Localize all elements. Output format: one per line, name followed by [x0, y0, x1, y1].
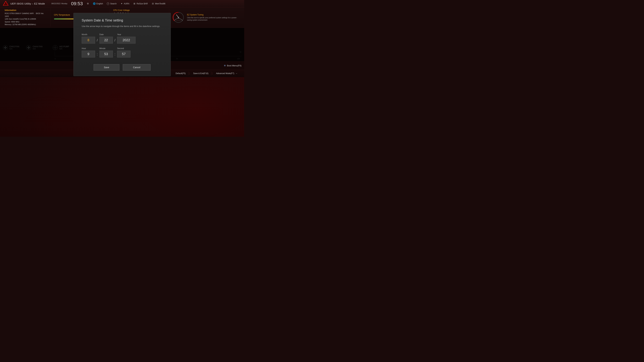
dialog-buttons: Save Cancel [82, 64, 162, 70]
resize-bar-icon: ⊞ [133, 2, 136, 5]
system-info-section: Information ROG STRIX B660-F GAMING WIFI… [3, 8, 51, 27]
time-separator-2: : [113, 52, 117, 56]
second-group: Second [117, 47, 130, 57]
aura-label: AURA [124, 2, 129, 5]
hour-group: Hour [82, 47, 95, 57]
default-button[interactable]: Default(F5) [173, 71, 188, 75]
month-group: Month [82, 33, 95, 43]
resize-bar-label: ReSize BAR [137, 2, 148, 5]
english-label: English [96, 2, 103, 5]
voltage-label: CPU Core Voltage [113, 9, 166, 11]
date-time-grid: Month / Date / Year [82, 33, 162, 57]
minute-group: Minute [100, 47, 113, 57]
ez-tuning-section[interactable]: EZ System Tuning Click the icon to speci… [169, 8, 242, 27]
year-input[interactable] [117, 37, 136, 43]
boot-menu-label: Boot Menu(F8) [227, 64, 242, 67]
svg-text:ROG: ROG [4, 3, 8, 5]
year-label: Year [117, 33, 121, 36]
minute-label: Minute [100, 47, 106, 50]
day-text: Monday [62, 3, 68, 4]
hour-input[interactable] [82, 51, 95, 57]
datetime-dialog: System Date & Time setting Use the arrow… [74, 13, 171, 76]
month-input[interactable] [82, 37, 95, 43]
date-text: 08/22/2022 [51, 2, 60, 5]
date-group: Date [100, 33, 113, 43]
app-title: UEFI BIOS Utility – EZ Mode [10, 2, 45, 5]
header-bar: ROG UEFI BIOS Utility – EZ Mode 08/22/20… [0, 0, 244, 7]
dialog-title: System Date & Time setting [82, 18, 162, 22]
toolbar-divider-1: | [188, 72, 190, 75]
memtest-icon: ⊟ [152, 2, 154, 5]
year-group: Year [117, 33, 136, 43]
search-help-icon: ? [107, 2, 109, 5]
header-nav: 08/22/2022 Monday 09:53 ⚙ 🌐 English ? Se… [50, 1, 167, 6]
time-row: Hour : Minute : Second [82, 47, 162, 57]
info-section-title: Information [5, 9, 48, 11]
main-area: CHA3 FAN N/A CHA4 FAN N/A [0, 28, 244, 61]
arrow-icon: → [236, 72, 238, 75]
ez-title: EZ System Tuning [187, 13, 238, 16]
search-nav-item[interactable]: ? Search [105, 2, 118, 5]
date-label: Date [100, 33, 104, 36]
globe-icon: 🌐 [93, 2, 96, 5]
dialog-description: Use the arrow keys to navigate through t… [82, 25, 162, 28]
time-display: 09:53 [71, 1, 83, 6]
second-input[interactable] [117, 51, 130, 57]
english-nav-item[interactable]: 🌐 English [92, 2, 104, 5]
snowflake-icon: ✳ [224, 64, 226, 67]
gear-icon: ⚙ [86, 2, 89, 5]
cpu-temp-label: CPU Temperature [54, 14, 70, 16]
ez-text-area: EZ System Tuning Click the icon to speci… [187, 13, 238, 21]
date-input[interactable] [100, 37, 113, 43]
resize-bar-nav-item[interactable]: ⊞ ReSize BAR [132, 2, 149, 5]
second-label: Second [117, 47, 124, 50]
toolbar-divider-2: | [211, 72, 213, 75]
advanced-mode-button[interactable]: Advanced Mode(F7) → [213, 71, 240, 75]
memtest-label: MemTest86 [155, 2, 165, 5]
svg-point-5 [178, 17, 179, 18]
minute-input[interactable] [100, 51, 113, 57]
rog-logo-icon: ROG [3, 1, 9, 7]
memtest-nav-item[interactable]: ⊟ MemTest86 [150, 2, 167, 5]
save-exit-button[interactable]: Save & Exit(F10) [190, 71, 211, 75]
logo-area: ROG UEFI BIOS Utility – EZ Mode [3, 1, 45, 7]
aura-nav-item[interactable]: ✦ AURA [119, 2, 131, 5]
cpu-info: 12th Gen Intel(R) Core(TM) i9-12900K [5, 17, 48, 20]
advanced-mode-label: Advanced Mode(F7) [216, 72, 234, 75]
board-info: ROG STRIX B660-F GAMING WIFI BIOS Ver. 1… [5, 12, 48, 17]
aura-icon: ✦ [120, 2, 123, 5]
time-separator-1: : [95, 52, 100, 56]
ez-desc: Click the icon to specify your preferred… [187, 16, 238, 21]
memory-info: Memory: 32768 MB (DDR5 4800MHz) [5, 23, 48, 26]
board-name: ROG STRIX B660-F GAMING WIFI [5, 12, 34, 14]
speed-info: Speed: 4900 MHz [5, 20, 48, 23]
hour-label: Hour [82, 47, 86, 50]
date-row: Month / Date / Year [82, 33, 162, 43]
dialog-overlay: System Date & Time setting Use the arrow… [0, 28, 244, 61]
cancel-button[interactable]: Cancel [123, 64, 150, 70]
boot-menu-button[interactable]: ✳ Boot Menu(F8) [224, 64, 242, 67]
date-separator-1: / [95, 38, 100, 42]
month-label: Month [82, 33, 87, 36]
datetime-display: 08/22/2022 Monday [50, 2, 69, 5]
temp-bar-fill [54, 18, 74, 19]
search-label: Search [110, 2, 116, 5]
ez-gauge-icon [172, 11, 184, 23]
date-separator-2: / [113, 38, 117, 42]
settings-nav-item[interactable]: ⚙ [85, 2, 90, 5]
save-button[interactable]: Save [94, 64, 120, 70]
